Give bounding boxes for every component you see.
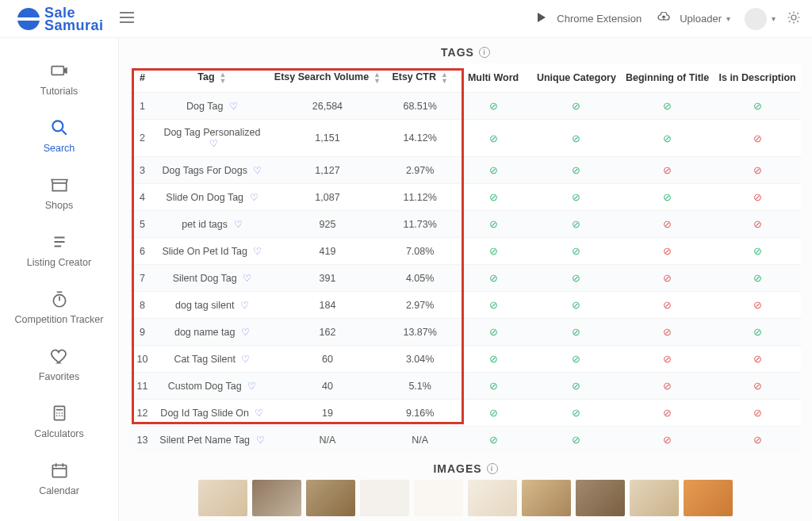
check-yes-icon: ⊘ [572,434,580,446]
cell-num: 2 [130,120,155,157]
table-row[interactable]: 5pet id tags ♡92511.73%⊘⊘⊘⊘ [130,211,801,238]
table-row[interactable]: 4Slide On Dog Tag ♡1,08711.12%⊘⊘⊘⊘ [130,184,801,211]
uploader-menu[interactable]: Uploader ▾ [657,12,730,25]
info-icon[interactable]: i [479,47,490,58]
check-yes-icon: ⊘ [489,164,498,176]
cell-begin: ⊘ [621,400,714,427]
heart-icon[interactable]: ♡ [243,273,251,284]
sidebar-item-label: Listing Creator [27,257,91,268]
cell-begin: ⊘ [621,265,714,292]
table-row[interactable]: 6Slide On Pet Id Tag ♡4197.08%⊘⊘⊘⊘ [130,238,801,265]
col-header-vol[interactable]: Etsy Search Volume▲▼ [270,63,385,93]
heart-icon[interactable]: ♡ [241,354,250,365]
images-row [130,480,801,516]
heart-icon[interactable]: ♡ [253,165,262,176]
chrome-extension-link[interactable]: Chrome Extension [536,12,642,25]
cell-desc: ⊘ [714,265,801,292]
image-thumb[interactable] [684,480,733,516]
image-thumb[interactable] [306,480,355,516]
chevron-down-icon[interactable]: ▾ [772,14,776,23]
sidebar-item-competition-tracker[interactable]: Competition Tracker [0,281,118,338]
image-thumb[interactable] [630,480,679,516]
image-thumb[interactable] [522,480,571,516]
brand-logo[interactable]: Sale Samurai [17,6,104,32]
heart-icon[interactable]: ♡ [240,300,249,311]
check-no-icon: ⊘ [663,407,672,419]
info-icon[interactable]: i [487,463,498,474]
check-yes-icon: ⊘ [663,191,672,203]
check-yes-icon: ⊘ [572,380,580,392]
heart-icon[interactable]: ♡ [250,192,259,203]
svg-rect-14 [52,465,66,477]
heart-icon[interactable]: ♡ [209,138,218,149]
col-header-desc[interactable]: Is in Description [714,63,801,93]
col-header-multi[interactable]: Multi Word [454,63,532,93]
uploader-label: Uploader [680,13,722,25]
sidebar-item-favorites[interactable]: Favorites [0,338,118,395]
check-no-icon: ⊘ [753,299,762,311]
cell-num: 6 [130,238,155,265]
check-no-icon: ⊘ [663,326,672,338]
image-thumb[interactable] [576,480,625,516]
table-row[interactable]: 10Cat Tag Silent ♡603.04%⊘⊘⊘⊘ [130,346,801,373]
col-header-ctr[interactable]: Etsy CTR▲▼ [385,63,454,93]
cell-desc: ⊘ [714,373,801,400]
sidebar-item-calendar[interactable]: Calendar [0,452,118,509]
chevron-down-icon: ▾ [726,14,730,23]
cell-multi: ⊘ [454,265,532,292]
sidebar-item-tutorials[interactable]: Tutorials [0,52,118,109]
table-row[interactable]: 2Dog Tag Personalized ♡1,15114.12%⊘⊘⊘⊘ [130,120,801,157]
sidebar-item-search[interactable]: Search [0,109,118,167]
col-header-begin[interactable]: Beginning of Title [621,63,714,93]
image-thumb[interactable] [468,480,517,516]
cell-num: 11 [130,373,155,400]
cell-desc: ⊘ [714,120,801,157]
cell-begin: ⊘ [621,184,714,211]
col-header-num[interactable]: # [130,63,155,93]
table-row[interactable]: 13Silent Pet Name Tag ♡N/AN/A⊘⊘⊘⊘ [130,427,801,454]
heart-icon[interactable]: ♡ [256,435,265,446]
sort-icon: ▲▼ [441,71,448,84]
heart-icon[interactable]: ♡ [241,327,250,338]
cell-begin: ⊘ [621,427,714,454]
sidebar-item-calculators[interactable]: Calculators [0,395,118,452]
image-thumb[interactable] [198,480,247,516]
image-thumb[interactable] [360,480,409,516]
table-row[interactable]: 8dog tag silent ♡1842.97%⊘⊘⊘⊘ [130,292,801,319]
table-row[interactable]: 3Dog Tags For Dogs ♡1,1272.97%⊘⊘⊘⊘ [130,157,801,184]
heart-icon[interactable]: ♡ [247,381,256,392]
col-header-tag[interactable]: Tag▲▼ [155,63,270,93]
image-thumb[interactable] [414,480,463,516]
avatar[interactable] [745,8,767,30]
heart-icon[interactable]: ♡ [229,101,238,112]
check-no-icon: ⊘ [753,191,762,203]
sidebar-item-listing-creator[interactable]: Listing Creator [0,224,118,281]
table-row[interactable]: 11Custom Dog Tag ♡405.1%⊘⊘⊘⊘ [130,373,801,400]
cell-multi: ⊘ [454,157,532,184]
cell-desc: ⊘ [714,427,801,454]
cell-begin: ⊘ [621,157,714,184]
sidebar-item-label: Calculators [34,428,84,439]
table-row[interactable]: 12Dog Id Tag Slide On ♡199.16%⊘⊘⊘⊘ [130,400,801,427]
table-row[interactable]: 9dog name tag ♡16213.87%⊘⊘⊘⊘ [130,319,801,346]
calculator-icon [0,403,118,423]
svg-point-13 [61,415,63,416]
svg-point-1 [52,121,63,131]
cell-num: 10 [130,346,155,373]
table-row[interactable]: 1Dog Tag ♡26,58468.51%⊘⊘⊘⊘ [130,93,801,120]
menu-toggle-icon[interactable] [120,10,134,27]
check-no-icon: ⊘ [663,434,672,446]
col-header-unique[interactable]: Unique Category [532,63,621,93]
check-yes-icon: ⊘ [753,100,762,112]
heart-icon[interactable]: ♡ [234,219,243,230]
heart-icon[interactable]: ♡ [255,408,263,419]
cell-multi: ⊘ [454,211,532,238]
cell-multi: ⊘ [454,373,532,400]
table-row[interactable]: 7Silent Dog Tag ♡3914.05%⊘⊘⊘⊘ [130,265,801,292]
cell-ctr: 2.97% [385,157,454,184]
sidebar-item-shops[interactable]: Shops [0,167,118,224]
heart-icon[interactable]: ♡ [253,246,262,257]
settings-button[interactable] [787,10,801,28]
image-thumb[interactable] [252,480,301,516]
cell-vol: 1,087 [270,184,385,211]
